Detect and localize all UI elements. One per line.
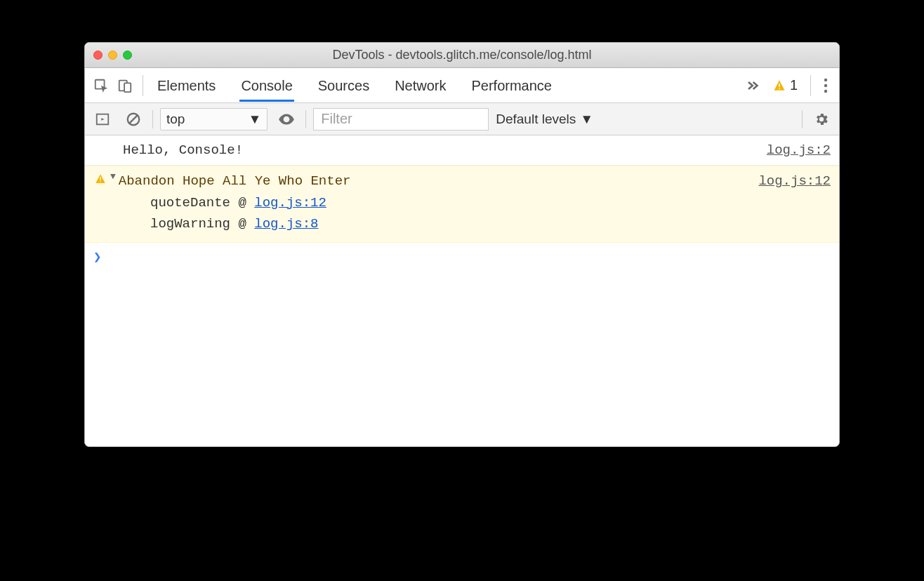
maximize-button[interactable]: [123, 51, 132, 60]
stack-source-link[interactable]: log.js:12: [254, 195, 326, 211]
more-tabs-icon[interactable]: [738, 79, 766, 93]
stack-frame: quoteDante @ log.js:12: [91, 192, 831, 213]
svg-rect-2: [124, 83, 131, 92]
svg-point-7: [824, 89, 827, 92]
window-controls: [93, 51, 132, 60]
prompt-chevron-icon: ❯: [93, 250, 101, 265]
divider: [802, 110, 803, 128]
message-text: Abandon Hope All Ye Who Enter: [119, 171, 351, 192]
filter-input[interactable]: [313, 108, 489, 131]
close-button[interactable]: [93, 51, 103, 60]
console-toolbar: top ▼ Default levels ▼: [85, 103, 839, 135]
svg-point-5: [824, 78, 827, 81]
tab-network[interactable]: Network: [393, 69, 447, 102]
device-toggle-icon[interactable]: [113, 78, 137, 93]
svg-rect-4: [779, 88, 780, 89]
divider: [152, 110, 153, 128]
svg-point-6: [824, 84, 827, 86]
blank-area: [85, 271, 839, 446]
devtools-window: DevTools - devtools.glitch.me/console/lo…: [84, 42, 840, 447]
tab-console[interactable]: Console: [239, 69, 293, 102]
inspect-icon[interactable]: [89, 78, 113, 93]
svg-rect-3: [779, 84, 780, 87]
svg-rect-11: [100, 178, 100, 181]
log-levels-selector[interactable]: Default levels ▼: [496, 112, 593, 127]
gutter: [91, 140, 110, 142]
titlebar[interactable]: DevTools - devtools.glitch.me/console/lo…: [85, 43, 839, 68]
settings-menu-icon[interactable]: [817, 78, 835, 93]
minimize-button[interactable]: [108, 51, 117, 60]
divider: [810, 75, 811, 96]
stack-function: logWarning: [150, 216, 230, 232]
console-output: Hello, Console! log.js:2 ▼ Abandon Hope …: [85, 135, 839, 446]
tab-elements[interactable]: Elements: [156, 69, 217, 102]
message-text: Hello, Console!: [123, 140, 243, 161]
svg-line-10: [129, 114, 138, 123]
chevron-down-icon: ▼: [580, 112, 593, 127]
console-prompt[interactable]: ❯: [85, 243, 839, 271]
live-expression-icon[interactable]: [275, 110, 298, 128]
warning-message[interactable]: ▼ Abandon Hope All Ye Who Enter log.js:1…: [85, 166, 839, 242]
warning-count: 1: [790, 77, 798, 93]
disclosure-triangle-icon[interactable]: ▼: [110, 170, 119, 191]
console-settings-icon[interactable]: [810, 112, 833, 127]
stack-function: quoteDante: [150, 195, 230, 211]
stack-source-link[interactable]: log.js:8: [254, 216, 318, 232]
stack-frame: logWarning @ log.js:8: [91, 213, 831, 234]
warning-icon: [91, 171, 110, 192]
sidebar-toggle-icon[interactable]: [91, 112, 114, 127]
log-message[interactable]: Hello, Console! log.js:2: [85, 135, 839, 166]
tab-sources[interactable]: Sources: [317, 69, 371, 102]
svg-rect-12: [100, 182, 100, 182]
chevron-down-icon: ▼: [248, 112, 261, 127]
execution-context-selector[interactable]: top ▼: [160, 108, 268, 131]
tab-list: Elements Console Sources Network Perform…: [149, 69, 553, 102]
tab-performance[interactable]: Performance: [470, 69, 554, 102]
divider: [305, 110, 306, 128]
warning-count-badge[interactable]: 1: [766, 77, 805, 93]
panel-tabs: Elements Console Sources Network Perform…: [85, 68, 839, 103]
window-title: DevTools - devtools.glitch.me/console/lo…: [85, 48, 839, 62]
clear-console-icon[interactable]: [121, 112, 145, 127]
message-source-link[interactable]: log.js:2: [767, 140, 831, 161]
context-label: top: [166, 112, 185, 127]
levels-label: Default levels: [496, 112, 576, 127]
divider: [143, 75, 143, 96]
message-source-link[interactable]: log.js:12: [758, 171, 831, 192]
